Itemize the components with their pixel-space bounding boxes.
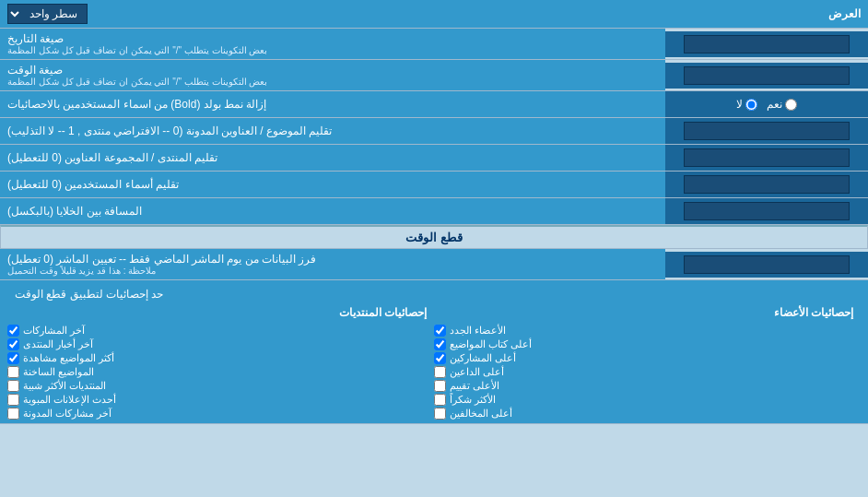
bold-no-radio[interactable] [745, 99, 757, 111]
time-format-input-cell: H:i [665, 63, 868, 89]
checkboxes-section: حد إحصائيات لتطبيق قطع الوقت إحصائيات ال… [0, 280, 868, 424]
user-names-input[interactable]: 0 [684, 175, 850, 194]
user-names-label: تقليم أسماء المستخدمين (0 للتعطيل) [0, 172, 665, 197]
cell-spacing-label: المسافة بين الخلايا (بالبكسل) [0, 198, 665, 224]
display-select[interactable]: سطر واحدسطرينثلاثة أسطر [7, 4, 88, 24]
forum-stats-col: إحصائيات المنتديات آخر المشاركات آخر أخب… [7, 306, 427, 420]
new-members-checkbox[interactable] [434, 325, 446, 337]
checkbox-top-inviters: أعلى الداعين [434, 366, 853, 378]
user-names-input-cell: 0 [665, 172, 868, 197]
time-format-label: صيغة الوقت بعض التكوينات يتطلب "/" التي … [0, 60, 665, 90]
checkbox-blog-posts: آخر مشاركات المدونة [7, 408, 427, 420]
stats-limit-label: حد إحصائيات لتطبيق قطع الوقت [7, 284, 861, 304]
last-posts-checkbox[interactable] [7, 325, 19, 337]
time-format-input[interactable]: H:i [684, 66, 850, 85]
bold-yes-label[interactable]: نعم [767, 98, 797, 111]
checkbox-top-violators: أعلى المخالفين [434, 408, 853, 420]
blog-posts-checkbox[interactable] [7, 408, 19, 420]
forum-titles-input-cell: 33 [665, 145, 868, 171]
checkbox-forum-news: آخر أخبار المنتدى [7, 338, 427, 350]
checkbox-last-posts: آخر المشاركات [7, 325, 427, 337]
bold-remove-row: نعم لا إزالة نمط بولد (Bold) من اسماء ال… [0, 91, 868, 118]
bold-yes-radio[interactable] [785, 99, 797, 111]
date-format-label: صيغة التاريخ بعض التكوينات يتطلب "/" الت… [0, 29, 665, 59]
time-cut-input-cell: 0 [665, 252, 868, 278]
forum-stats-header: إحصائيات المنتديات [7, 306, 427, 319]
time-cut-label: فرز البيانات من يوم الماشر الماضي فقط --… [0, 249, 665, 279]
time-format-row: H:i صيغة الوقت بعض التكوينات يتطلب "/" ا… [0, 60, 868, 91]
header-row: العرض سطر واحدسطرينثلاثة أسطر [0, 0, 868, 29]
cell-spacing-input-cell: 2 [665, 198, 868, 224]
date-format-input-cell: d-m [665, 31, 868, 57]
member-stats-col: إحصائيات الأعضاء الأعضاء الجدد أعلى كتاب… [434, 306, 853, 420]
cell-spacing-row: 2 المسافة بين الخلايا (بالبكسل) [0, 198, 868, 225]
time-cut-input[interactable]: 0 [684, 255, 850, 274]
most-thanked-checkbox[interactable] [434, 394, 446, 406]
checkbox-hot-topics: المواضيع الساخنة [7, 366, 427, 378]
top-writers-checkbox[interactable] [434, 338, 446, 350]
forum-titles-input[interactable]: 33 [684, 148, 850, 167]
date-format-input[interactable]: d-m [684, 35, 850, 53]
checkbox-most-thanked: الأكثر شكراً [434, 394, 853, 406]
bold-no-label[interactable]: لا [736, 98, 757, 111]
checkbox-most-similar: المنتديات الأكثر شبية [7, 380, 427, 392]
forum-titles-label: تقليم المنتدى / المجموعة العناوين (0 للت… [0, 145, 665, 171]
topic-titles-label: تقليم الموضوع / العناوين المدونة (0 -- ا… [0, 118, 665, 144]
topic-titles-input-cell: 33 [665, 118, 868, 144]
bold-remove-radio-cell: نعم لا [665, 91, 868, 117]
checkbox-top-rated: الأعلى تقييم [434, 380, 853, 392]
checkbox-top-participants: أعلى المشاركين [434, 352, 853, 364]
checkbox-latest-announcements: أحدث الإعلانات المبوية [7, 394, 427, 406]
topic-titles-input[interactable]: 33 [684, 122, 850, 140]
most-viewed-checkbox[interactable] [7, 352, 19, 364]
topic-titles-row: 33 تقليم الموضوع / العناوين المدونة (0 -… [0, 118, 868, 145]
member-stats-header: إحصائيات الأعضاء [434, 306, 853, 319]
cell-spacing-input[interactable]: 2 [684, 202, 850, 220]
forum-titles-row: 33 تقليم المنتدى / المجموعة العناوين (0 … [0, 145, 868, 172]
checkbox-most-viewed: أكثر المواضيع مشاهدة [7, 352, 427, 364]
top-rated-checkbox[interactable] [434, 380, 446, 392]
checkbox-top-writers: أعلى كتاب المواضيع [434, 338, 853, 350]
top-inviters-checkbox[interactable] [434, 366, 446, 378]
hot-topics-checkbox[interactable] [7, 366, 19, 378]
latest-announcements-checkbox[interactable] [7, 394, 19, 406]
forum-news-checkbox[interactable] [7, 338, 19, 350]
bold-remove-label: إزالة نمط بولد (Bold) من اسماء المستخدمي… [0, 91, 665, 117]
user-names-row: 0 تقليم أسماء المستخدمين (0 للتعطيل) [0, 172, 868, 198]
time-section-header: قطع الوقت [0, 225, 868, 249]
top-violators-checkbox[interactable] [434, 408, 446, 420]
time-cut-row: 0 فرز البيانات من يوم الماشر الماضي فقط … [0, 249, 868, 280]
most-similar-checkbox[interactable] [7, 380, 19, 392]
date-format-row: d-m صيغة التاريخ بعض التكوينات يتطلب "/"… [0, 29, 868, 60]
top-participants-checkbox[interactable] [434, 352, 446, 364]
page-title: العرض [828, 7, 861, 20]
checkbox-new-members: الأعضاء الجدد [434, 325, 853, 337]
